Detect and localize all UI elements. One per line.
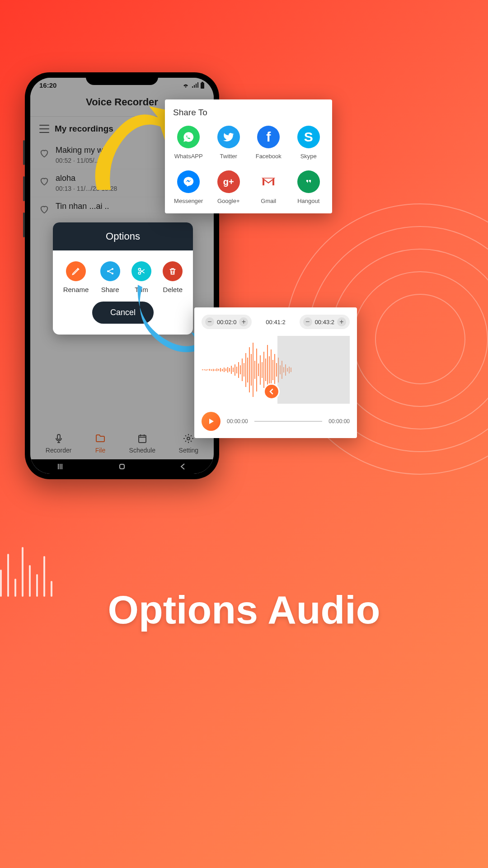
gear-icon <box>183 433 194 444</box>
marketing-title: Options Audio <box>0 587 488 633</box>
share-twitter[interactable]: Twitter <box>211 126 247 160</box>
options-title: Options <box>53 222 193 250</box>
messenger-icon <box>183 176 194 188</box>
hangout-icon <box>303 176 314 187</box>
play-button[interactable] <box>202 412 221 431</box>
share-gmail[interactable]: Gmail <box>250 170 287 204</box>
svg-rect-0 <box>201 83 204 89</box>
option-share[interactable]: Share <box>100 261 120 293</box>
share-whatsapp[interactable]: WhatsAPP <box>170 126 207 160</box>
share-skype[interactable]: S Skype <box>291 126 327 160</box>
play-icon <box>207 418 215 425</box>
svg-rect-7 <box>57 434 60 439</box>
heart-icon[interactable] <box>39 204 49 214</box>
share-hangout[interactable]: Hangout <box>291 170 327 204</box>
nav-schedule[interactable]: Schedule <box>129 433 155 454</box>
nav-file[interactable]: File <box>95 433 106 454</box>
gmail-icon <box>262 176 275 187</box>
share-facebook[interactable]: f Facebook <box>250 126 287 160</box>
list-icon <box>39 125 49 133</box>
playback-start: 00:00:00 <box>227 418 248 425</box>
gplus-icon: g+ <box>223 177 234 187</box>
scissors-icon <box>137 267 146 276</box>
trim-panel: − 00:02:0 + 00:41:2 − 00:43:2 + 00:00:00… <box>194 307 357 438</box>
whatsapp-icon <box>183 131 194 143</box>
facebook-icon: f <box>266 129 271 145</box>
share-icon <box>106 267 115 276</box>
recents-icon[interactable] <box>56 462 66 471</box>
svg-rect-1 <box>202 82 203 83</box>
trash-icon <box>168 267 177 276</box>
trim-mid-time: 00:41:2 <box>266 319 285 326</box>
back-icon[interactable] <box>178 462 188 471</box>
trim-handle[interactable] <box>263 383 280 400</box>
android-nav-bar <box>30 459 214 474</box>
svg-rect-8 <box>139 435 146 443</box>
svg-rect-10 <box>120 464 124 469</box>
recording-title: Tin nhan ...ai .. <box>56 202 109 211</box>
share-title: Share To <box>170 108 327 118</box>
playback-end: 00:00:00 <box>328 418 350 425</box>
nav-recorder[interactable]: Recorder <box>46 433 72 454</box>
wifi-icon <box>182 82 189 89</box>
trim-start-control[interactable]: − 00:02:0 + <box>202 315 252 329</box>
progress-bar[interactable] <box>254 421 323 422</box>
twitter-icon <box>223 131 235 143</box>
calendar-icon <box>137 433 148 444</box>
heart-icon[interactable] <box>39 148 49 158</box>
folder-icon <box>95 433 106 444</box>
svg-point-9 <box>187 437 190 440</box>
battery-icon <box>200 82 205 89</box>
pencil-icon <box>71 267 80 276</box>
bottom-nav: Recorder File Schedule Setting <box>30 428 214 459</box>
share-googleplus[interactable]: g+ Google+ <box>211 170 247 204</box>
minus-button[interactable]: − <box>205 317 214 326</box>
plus-button[interactable]: + <box>337 317 346 326</box>
home-icon[interactable] <box>117 462 127 471</box>
option-rename[interactable]: Rename <box>63 261 89 293</box>
status-time: 16:20 <box>39 81 56 89</box>
heart-icon[interactable] <box>39 176 49 186</box>
trim-end-control[interactable]: − 00:43:2 + <box>300 315 350 329</box>
trim-end-time: 00:43:2 <box>315 319 334 326</box>
waveform[interactable] <box>202 336 350 404</box>
minus-button[interactable]: − <box>303 317 312 326</box>
signal-icon <box>191 82 198 89</box>
share-panel: Share To WhatsAPP Twitter f Facebook S S… <box>165 99 332 213</box>
trim-start-time: 00:02:0 <box>217 319 236 326</box>
plus-button[interactable]: + <box>239 317 248 326</box>
skype-icon: S <box>304 129 313 145</box>
microphone-icon <box>53 433 64 444</box>
share-messenger[interactable]: Messenger <box>170 170 207 204</box>
chevron-left-icon <box>268 388 275 395</box>
